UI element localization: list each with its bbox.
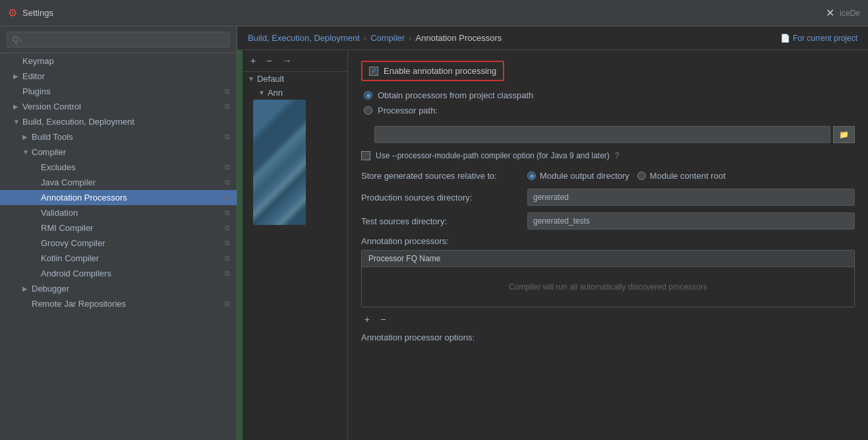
sidebar-item-kotlin-compiler[interactable]: Kotlin Compiler ⧉ (0, 251, 237, 266)
sidebar-item-remote-jar[interactable]: Remote Jar Repositories ⧉ (0, 296, 237, 311)
sidebar-item-label: Validation (41, 208, 222, 218)
copy-icon: ⧉ (225, 193, 230, 202)
table-remove-button[interactable]: − (377, 313, 389, 326)
compiler-will-run-label: Compiler will run all automatically disc… (509, 282, 707, 292)
sidebar-item-android-compilers[interactable]: Android Compilers ⧉ (0, 266, 237, 281)
module-output-radio[interactable] (527, 172, 536, 180)
enable-annotation-checkbox[interactable] (369, 67, 378, 76)
use-module-label: Use --processor-module-path compiler opt… (376, 151, 610, 160)
sidebar-item-debugger[interactable]: ▶ Debugger (0, 281, 237, 296)
sidebar-item-editor[interactable]: ▶ Editor (0, 69, 237, 84)
sidebar-item-label: Build Tools (32, 132, 222, 142)
copy-icon: ⧉ (225, 208, 230, 217)
sidebar-item-keymap[interactable]: Keymap (0, 53, 237, 69)
use-module-checkbox[interactable] (361, 151, 370, 160)
sidebar-item-rmi-compiler[interactable]: RMI Compiler ⧉ (0, 220, 237, 236)
sidebar-item-label: Build, Execution, Deployment (22, 117, 230, 127)
ann-tree-arrow-icon: ▼ (258, 89, 265, 96)
copy-icon: ⧉ (225, 239, 230, 247)
default-tree-arrow-icon: ▼ (248, 75, 254, 82)
obtain-processors-radio[interactable] (364, 91, 372, 100)
annotation-processors-table: Processor FQ Name Compiler will run all … (361, 250, 855, 307)
module-content-label: Module content root (650, 171, 726, 181)
main-layout: Keymap ▶ Editor Plugins ⧉ ▶ Version Cont… (0, 26, 868, 440)
module-content-option[interactable]: Module content root (637, 171, 726, 181)
copy-icon: ⧉ (225, 163, 230, 172)
tree-add-button[interactable]: + (248, 54, 258, 67)
tree-item-ann[interactable]: ▼ Ann (253, 86, 347, 100)
table-toolbar: + − (361, 313, 855, 326)
processor-path-input-container: 📁 (374, 126, 855, 143)
sidebar-item-label: Android Compilers (41, 268, 222, 278)
sidebar-item-label: Kotlin Compiler (41, 253, 222, 263)
processor-path-radio[interactable] (364, 106, 372, 115)
sidebar-item-plugins[interactable]: Plugins ⧉ (0, 84, 237, 99)
enable-annotation-label: Enable annotation processing (384, 66, 496, 76)
enable-annotation-row: Enable annotation processing (361, 61, 855, 81)
sidebar-item-label: Version Control (22, 102, 222, 111)
module-output-option[interactable]: Module output directory (527, 171, 629, 181)
annotation-processors-section: Annotation processors: Processor FQ Name… (361, 236, 855, 342)
compiler-arrow-icon: ▼ (22, 148, 32, 156)
sidebar-item-compiler[interactable]: ▼ Compiler (0, 144, 237, 160)
sidebar-item-validation[interactable]: Validation ⧉ (0, 205, 237, 220)
settings-panel: Enable annotation processing Obtain proc… (348, 50, 868, 440)
table-header-fqname: Processor FQ Name (362, 251, 854, 267)
tree-item-ann-container: ▼ Ann (253, 86, 347, 225)
test-sources-label: Test sources directory: (361, 216, 519, 226)
sidebar-item-annotation-processors[interactable]: Annotation Processors ⧉ (0, 190, 237, 205)
copy-icon: ⧉ (225, 133, 230, 141)
sidebar-item-java-compiler[interactable]: Java Compiler ⧉ (0, 175, 237, 190)
sidebar-item-build-tools[interactable]: ▶ Build Tools ⧉ (0, 129, 237, 144)
sidebar-item-build-execution[interactable]: ▼ Build, Execution, Deployment (0, 114, 237, 129)
bt-arrow-icon: ▶ (22, 133, 32, 141)
search-input[interactable] (7, 32, 230, 47)
tree-remove-button[interactable]: − (264, 54, 274, 67)
sidebar-item-label: Excludes (41, 162, 222, 172)
store-sources-row: Store generated sources relative to: Mod… (361, 171, 855, 181)
obtain-processors-row: Obtain processors from project classpath (364, 90, 855, 100)
sidebar-item-label: Remote Jar Repositories (32, 299, 222, 309)
close-button[interactable]: ✕ (826, 7, 834, 19)
breadcrumb-item-2[interactable]: Compiler (370, 33, 405, 43)
test-sources-input[interactable] (527, 212, 855, 230)
obtain-processors-label: Obtain processors from project classpath (378, 90, 533, 100)
project-icon: 📄 (780, 34, 790, 43)
title-bar-left: ⚙ Settings (8, 7, 53, 19)
debugger-arrow-icon: ▶ (22, 285, 32, 292)
module-content-radio[interactable] (637, 172, 646, 180)
title-bar-title: Settings (22, 8, 53, 18)
breadcrumb: Build, Execution, Deployment › Compiler … (237, 26, 868, 50)
breadcrumb-sep-2: › (409, 33, 411, 43)
processor-source-group: Obtain processors from project classpath… (364, 90, 855, 115)
copy-icon: ⧉ (225, 87, 230, 96)
sidebar-item-label: Keymap (22, 56, 230, 66)
content-area: Build, Execution, Deployment › Compiler … (237, 26, 868, 440)
sidebar-item-groovy-compiler[interactable]: Groovy Compiler ⧉ (0, 236, 237, 251)
sidebar-item-label: Plugins (22, 86, 222, 96)
for-current-project[interactable]: 📄 For current project (780, 34, 857, 43)
sidebar-item-excludes[interactable]: Excludes ⧉ (0, 160, 237, 175)
sidebar-item-label: Debugger (32, 284, 230, 294)
title-bar: ⚙ Settings ✕ iceDe (0, 0, 868, 26)
copy-icon: ⧉ (225, 224, 230, 232)
for-current-project-label: For current project (793, 34, 857, 43)
copy-icon: ⧉ (225, 254, 230, 263)
help-icon[interactable]: ? (615, 151, 620, 160)
table-add-button[interactable]: + (361, 313, 373, 326)
sidebar-item-version-control[interactable]: ▶ Version Control ⧉ (0, 99, 237, 114)
annotation-processors-label: Annotation processors: (361, 236, 855, 246)
store-label: Store generated sources relative to: (361, 171, 519, 181)
copy-icon: ⧉ (225, 178, 230, 187)
tree-item-default[interactable]: ▼ Default (243, 72, 347, 86)
annotation-options-label: Annotation processor options: (361, 332, 855, 342)
copy-icon: ⧉ (225, 102, 230, 111)
production-sources-input[interactable] (527, 189, 855, 206)
breadcrumb-item-1[interactable]: Build, Execution, Deployment (248, 33, 360, 43)
processor-path-input[interactable] (374, 126, 830, 143)
test-sources-row: Test sources directory: (361, 212, 855, 230)
folder-browse-button[interactable]: 📁 (833, 126, 855, 143)
sidebar-label: iceDe (840, 9, 860, 18)
sidebar-item-label: Groovy Compiler (41, 238, 222, 248)
tree-arrow-button[interactable]: → (279, 54, 294, 67)
